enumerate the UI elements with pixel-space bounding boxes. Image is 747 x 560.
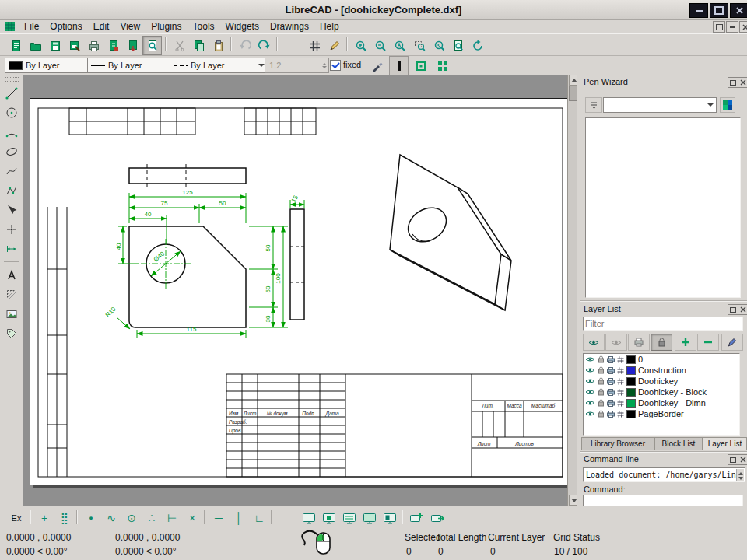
- mdi-area[interactable]: 125 75 50 40 40 50 50 30 100 115 15 R10 …: [23, 75, 577, 506]
- monitor-plus-button[interactable]: [406, 509, 426, 527]
- layer-color-swatch[interactable]: [626, 366, 636, 375]
- menu-drawings[interactable]: Drawings: [265, 20, 314, 33]
- lock-icon[interactable]: [598, 410, 605, 418]
- view-screen-button-5[interactable]: [380, 509, 400, 527]
- monitor-arrow-button[interactable]: [427, 509, 447, 527]
- print-preview-button[interactable]: [142, 36, 162, 55]
- tab-layer-list[interactable]: Layer List: [703, 437, 747, 450]
- pen-grid-button[interactable]: [433, 56, 452, 75]
- snap-on-entity-button[interactable]: ∿: [101, 509, 121, 527]
- line-tool-button[interactable]: [2, 84, 21, 103]
- snap-free-button[interactable]: +: [34, 509, 54, 527]
- construction-icon[interactable]: [617, 378, 624, 385]
- scroll-down-button[interactable]: [569, 495, 577, 506]
- snap-distance-button[interactable]: ⊢: [162, 509, 182, 527]
- fixed-width-checkbox[interactable]: [330, 60, 341, 71]
- layer-list-close-button[interactable]: [738, 304, 747, 315]
- text-tool-button[interactable]: [2, 266, 21, 285]
- layer-color-swatch[interactable]: [626, 377, 636, 386]
- command-line-close-button[interactable]: [738, 454, 747, 465]
- export-image-button[interactable]: [123, 36, 142, 55]
- snap-intersection-button[interactable]: ×: [182, 509, 202, 527]
- remove-layer-button[interactable]: [697, 334, 719, 351]
- edit-layer-button[interactable]: [721, 334, 743, 351]
- maximize-button[interactable]: [710, 3, 728, 18]
- printer-icon[interactable]: [607, 378, 615, 385]
- point-tool-button[interactable]: [2, 220, 21, 239]
- dimension-tool-button[interactable]: [2, 240, 21, 258]
- menu-widgets[interactable]: Widgets: [220, 20, 265, 33]
- construction-icon[interactable]: [617, 411, 624, 418]
- ellipse-tool-button[interactable]: [2, 142, 21, 161]
- draft-mode-button[interactable]: [324, 36, 344, 55]
- pen-wizard-color-button[interactable]: [720, 97, 735, 113]
- hide-all-layers-button[interactable]: [605, 334, 627, 351]
- pen-wizard-close-button[interactable]: [738, 77, 747, 88]
- open-file-button[interactable]: [26, 36, 45, 55]
- auto-zoom-button[interactable]: [390, 36, 409, 55]
- layer-color-swatch[interactable]: [626, 410, 636, 418]
- command-history[interactable]: Loaded document: /home/garys/Link to: [583, 467, 745, 482]
- export-pdf-button[interactable]: [103, 36, 123, 55]
- layer-color-swatch[interactable]: [626, 388, 636, 397]
- canvas-vscrollbar[interactable]: [567, 75, 577, 506]
- toolbar-handle[interactable]: [5, 77, 19, 82]
- pen-wizard-float-button[interactable]: [728, 77, 738, 88]
- print-layers-button[interactable]: [628, 334, 650, 351]
- restrict-orthogonal-button[interactable]: ∟: [249, 509, 269, 527]
- view-screen-button-4[interactable]: [359, 509, 380, 527]
- spline-tool-button[interactable]: [2, 162, 21, 180]
- eye-icon[interactable]: [585, 400, 595, 406]
- eye-icon[interactable]: [585, 356, 595, 362]
- menu-options[interactable]: Options: [44, 20, 87, 33]
- polyline-tool-button[interactable]: [2, 181, 21, 200]
- construction-icon[interactable]: [617, 356, 624, 363]
- mdi-minimize-button[interactable]: [726, 21, 738, 33]
- pen-linetype-combo[interactable]: By Layer: [170, 58, 268, 73]
- snap-middle-button[interactable]: ∴: [142, 509, 162, 527]
- save-button[interactable]: [45, 36, 65, 55]
- snap-center-button[interactable]: ⊙: [121, 509, 142, 527]
- eye-icon[interactable]: [585, 389, 595, 395]
- block-tool-button[interactable]: [2, 324, 21, 343]
- pen-wizard-combo[interactable]: [603, 97, 717, 113]
- view-screen-button-2[interactable]: [319, 509, 339, 527]
- layer-list-float-button[interactable]: [728, 304, 738, 315]
- menu-plugins[interactable]: Plugins: [146, 20, 187, 33]
- eye-icon[interactable]: [585, 367, 595, 373]
- lock-icon[interactable]: [598, 355, 605, 363]
- layer-row[interactable]: PageBorder: [584, 408, 739, 419]
- printer-icon[interactable]: [607, 389, 615, 396]
- printer-icon[interactable]: [607, 367, 615, 374]
- scrollbar-thumb[interactable]: [569, 86, 577, 101]
- view-screen-button-3[interactable]: [339, 509, 359, 527]
- lock-icon[interactable]: [598, 388, 605, 396]
- zoom-out-button[interactable]: [370, 36, 390, 55]
- redo-button[interactable]: [254, 36, 274, 55]
- cut-button[interactable]: [170, 36, 189, 55]
- eye-icon[interactable]: [585, 411, 595, 417]
- undo-button[interactable]: [235, 36, 254, 55]
- lock-icon[interactable]: [598, 399, 605, 407]
- select-tool-button[interactable]: [2, 201, 21, 219]
- lock-layers-button[interactable]: [651, 334, 672, 351]
- pen-color-combo[interactable]: By Layer: [5, 58, 98, 73]
- copy-button[interactable]: [189, 36, 209, 55]
- restrict-horizontal-button[interactable]: ─: [209, 509, 229, 527]
- close-button[interactable]: [730, 3, 747, 18]
- tab-library-browser[interactable]: Library Browser: [581, 437, 654, 450]
- print-button[interactable]: [84, 36, 103, 55]
- width-scale-spinner[interactable]: 1.2: [265, 58, 329, 73]
- pen-bar-button[interactable]: [389, 56, 409, 75]
- mdi-restore-button[interactable]: [713, 21, 725, 33]
- show-all-layers-button[interactable]: [583, 334, 605, 351]
- pen-wizard-list[interactable]: [585, 117, 741, 298]
- grid-toggle-button[interactable]: [305, 36, 324, 55]
- view-screen-button-1[interactable]: [299, 509, 319, 527]
- history-scrollbar[interactable]: [736, 469, 744, 481]
- circle-tool-button[interactable]: [2, 103, 21, 122]
- layer-row[interactable]: 0: [584, 354, 739, 365]
- pen-width-combo[interactable]: By Layer: [87, 58, 179, 73]
- menu-help[interactable]: Help: [314, 20, 345, 33]
- construction-icon[interactable]: [617, 367, 624, 374]
